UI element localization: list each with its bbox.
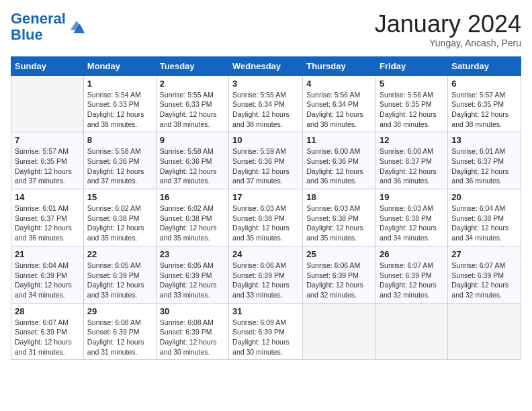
day-number: 26 xyxy=(380,249,444,259)
day-info: Sunrise: 5:55 AM Sunset: 6:33 PM Dayligh… xyxy=(160,90,225,130)
day-cell: 5Sunrise: 5:56 AM Sunset: 6:35 PM Daylig… xyxy=(376,75,448,132)
day-number: 2 xyxy=(160,79,225,89)
day-cell: 8Sunrise: 5:58 AM Sunset: 6:36 PM Daylig… xyxy=(83,132,156,189)
day-number: 6 xyxy=(451,79,517,89)
day-cell: 17Sunrise: 6:03 AM Sunset: 6:38 PM Dayli… xyxy=(229,189,303,246)
day-number: 4 xyxy=(306,79,372,89)
day-cell: 28Sunrise: 6:07 AM Sunset: 6:39 PM Dayli… xyxy=(11,303,84,360)
header-row: SundayMondayTuesdayWednesdayThursdayFrid… xyxy=(11,56,521,75)
day-cell: 19Sunrise: 6:03 AM Sunset: 6:38 PM Dayli… xyxy=(376,189,448,246)
day-number: 1 xyxy=(87,79,152,89)
day-info: Sunrise: 6:03 AM Sunset: 6:38 PM Dayligh… xyxy=(306,203,372,243)
day-cell: 31Sunrise: 6:09 AM Sunset: 6:39 PM Dayli… xyxy=(229,303,303,360)
day-info: Sunrise: 6:07 AM Sunset: 6:39 PM Dayligh… xyxy=(15,318,80,357)
day-cell: 1Sunrise: 5:54 AM Sunset: 6:33 PM Daylig… xyxy=(83,75,156,132)
day-cell: 9Sunrise: 5:58 AM Sunset: 6:36 PM Daylig… xyxy=(156,132,228,189)
day-info: Sunrise: 6:00 AM Sunset: 6:36 PM Dayligh… xyxy=(306,146,372,186)
week-row-4: 21Sunrise: 6:04 AM Sunset: 6:39 PM Dayli… xyxy=(11,246,521,303)
day-cell: 14Sunrise: 6:01 AM Sunset: 6:37 PM Dayli… xyxy=(11,189,84,246)
calendar-body: 1Sunrise: 5:54 AM Sunset: 6:33 PM Daylig… xyxy=(11,75,521,360)
header-cell-thursday: Thursday xyxy=(303,56,376,75)
logo-icon xyxy=(67,17,86,36)
day-info: Sunrise: 6:01 AM Sunset: 6:37 PM Dayligh… xyxy=(15,203,80,243)
calendar-header: SundayMondayTuesdayWednesdayThursdayFrid… xyxy=(11,56,521,75)
day-number: 16 xyxy=(160,192,225,202)
day-info: Sunrise: 5:56 AM Sunset: 6:35 PM Dayligh… xyxy=(380,90,444,130)
day-info: Sunrise: 6:05 AM Sunset: 6:39 PM Dayligh… xyxy=(160,261,225,300)
day-number: 28 xyxy=(15,306,80,316)
location-subtitle: Yungay, Ancash, Peru xyxy=(375,38,521,48)
day-number: 7 xyxy=(15,135,80,145)
day-info: Sunrise: 5:56 AM Sunset: 6:34 PM Dayligh… xyxy=(306,90,372,130)
day-cell: 23Sunrise: 6:05 AM Sunset: 6:39 PM Dayli… xyxy=(156,246,228,303)
title-section: January 2024 Yungay, Ancash, Peru xyxy=(375,11,521,48)
day-cell: 16Sunrise: 6:02 AM Sunset: 6:38 PM Dayli… xyxy=(156,189,228,246)
week-row-1: 1Sunrise: 5:54 AM Sunset: 6:33 PM Daylig… xyxy=(11,75,521,132)
day-cell: 21Sunrise: 6:04 AM Sunset: 6:39 PM Dayli… xyxy=(11,246,84,303)
header-cell-saturday: Saturday xyxy=(448,56,521,75)
logo: GeneralBlue xyxy=(11,11,86,43)
header-cell-friday: Friday xyxy=(376,56,448,75)
day-info: Sunrise: 6:04 AM Sunset: 6:38 PM Dayligh… xyxy=(451,203,517,243)
day-cell: 25Sunrise: 6:06 AM Sunset: 6:39 PM Dayli… xyxy=(303,246,376,303)
day-number: 3 xyxy=(232,79,299,89)
week-row-2: 7Sunrise: 5:57 AM Sunset: 6:35 PM Daylig… xyxy=(11,132,521,189)
day-info: Sunrise: 6:08 AM Sunset: 6:39 PM Dayligh… xyxy=(160,318,225,357)
header-cell-wednesday: Wednesday xyxy=(229,56,303,75)
day-number: 18 xyxy=(306,192,372,202)
day-info: Sunrise: 6:07 AM Sunset: 6:39 PM Dayligh… xyxy=(380,261,444,300)
day-cell: 6Sunrise: 5:57 AM Sunset: 6:35 PM Daylig… xyxy=(448,75,521,132)
day-cell xyxy=(11,75,84,132)
header-cell-monday: Monday xyxy=(83,56,156,75)
day-info: Sunrise: 5:54 AM Sunset: 6:33 PM Dayligh… xyxy=(87,90,152,130)
day-number: 15 xyxy=(87,192,152,202)
day-number: 10 xyxy=(232,135,299,145)
day-number: 30 xyxy=(160,306,225,316)
day-cell xyxy=(448,303,521,360)
day-cell: 26Sunrise: 6:07 AM Sunset: 6:39 PM Dayli… xyxy=(376,246,448,303)
day-cell: 12Sunrise: 6:00 AM Sunset: 6:37 PM Dayli… xyxy=(376,132,448,189)
day-number: 13 xyxy=(451,135,517,145)
day-cell: 15Sunrise: 6:02 AM Sunset: 6:38 PM Dayli… xyxy=(83,189,156,246)
header-cell-tuesday: Tuesday xyxy=(156,56,228,75)
day-cell: 2Sunrise: 5:55 AM Sunset: 6:33 PM Daylig… xyxy=(156,75,228,132)
calendar-table: SundayMondayTuesdayWednesdayThursdayFrid… xyxy=(11,56,521,361)
day-info: Sunrise: 6:08 AM Sunset: 6:39 PM Dayligh… xyxy=(87,318,152,357)
day-cell: 4Sunrise: 5:56 AM Sunset: 6:34 PM Daylig… xyxy=(303,75,376,132)
header-cell-sunday: Sunday xyxy=(11,56,84,75)
day-number: 12 xyxy=(380,135,444,145)
day-number: 17 xyxy=(232,192,299,202)
day-number: 5 xyxy=(380,79,444,89)
day-info: Sunrise: 6:09 AM Sunset: 6:39 PM Dayligh… xyxy=(232,318,299,357)
day-cell xyxy=(303,303,376,360)
week-row-3: 14Sunrise: 6:01 AM Sunset: 6:37 PM Dayli… xyxy=(11,189,521,246)
day-cell: 20Sunrise: 6:04 AM Sunset: 6:38 PM Dayli… xyxy=(448,189,521,246)
day-number: 20 xyxy=(451,192,517,202)
day-cell: 24Sunrise: 6:06 AM Sunset: 6:39 PM Dayli… xyxy=(229,246,303,303)
day-number: 23 xyxy=(160,249,225,259)
day-info: Sunrise: 6:06 AM Sunset: 6:39 PM Dayligh… xyxy=(232,261,299,300)
day-number: 11 xyxy=(306,135,372,145)
day-number: 9 xyxy=(160,135,225,145)
week-row-5: 28Sunrise: 6:07 AM Sunset: 6:39 PM Dayli… xyxy=(11,303,521,360)
page-header: GeneralBlue January 2024 Yungay, Ancash,… xyxy=(11,11,521,48)
logo-text: GeneralBlue xyxy=(11,11,66,43)
day-info: Sunrise: 6:06 AM Sunset: 6:39 PM Dayligh… xyxy=(306,261,372,300)
day-number: 19 xyxy=(380,192,444,202)
day-number: 22 xyxy=(87,249,152,259)
day-cell: 27Sunrise: 6:07 AM Sunset: 6:39 PM Dayli… xyxy=(448,246,521,303)
day-info: Sunrise: 6:05 AM Sunset: 6:39 PM Dayligh… xyxy=(87,261,152,300)
day-info: Sunrise: 6:07 AM Sunset: 6:39 PM Dayligh… xyxy=(451,261,517,300)
day-cell: 13Sunrise: 6:01 AM Sunset: 6:37 PM Dayli… xyxy=(448,132,521,189)
day-info: Sunrise: 6:04 AM Sunset: 6:39 PM Dayligh… xyxy=(15,261,80,300)
day-number: 29 xyxy=(87,306,152,316)
day-info: Sunrise: 6:02 AM Sunset: 6:38 PM Dayligh… xyxy=(87,203,152,243)
day-cell: 18Sunrise: 6:03 AM Sunset: 6:38 PM Dayli… xyxy=(303,189,376,246)
day-info: Sunrise: 6:03 AM Sunset: 6:38 PM Dayligh… xyxy=(380,203,444,243)
day-info: Sunrise: 5:55 AM Sunset: 6:34 PM Dayligh… xyxy=(232,90,299,130)
day-cell: 10Sunrise: 5:59 AM Sunset: 6:36 PM Dayli… xyxy=(229,132,303,189)
day-info: Sunrise: 5:57 AM Sunset: 6:35 PM Dayligh… xyxy=(451,90,517,130)
day-number: 25 xyxy=(306,249,372,259)
day-cell: 3Sunrise: 5:55 AM Sunset: 6:34 PM Daylig… xyxy=(229,75,303,132)
day-info: Sunrise: 6:01 AM Sunset: 6:37 PM Dayligh… xyxy=(451,146,517,186)
